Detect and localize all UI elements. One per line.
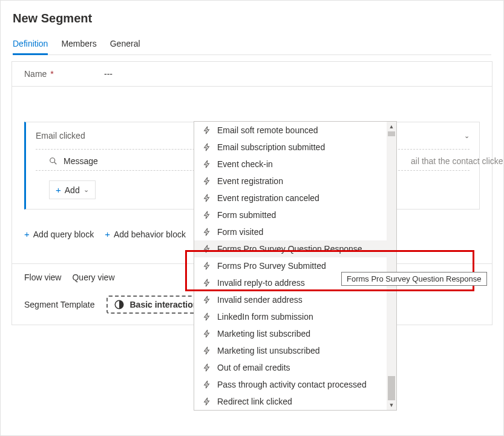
dropdown-item[interactable]: Event check-in — [194, 156, 396, 173]
flow-view-button[interactable]: Flow view — [24, 272, 61, 282]
behavior-dropdown: Email soft remote bouncedEmail subscript… — [194, 121, 397, 411]
scroll-thumb[interactable] — [388, 376, 395, 400]
dropdown-item[interactable]: Invalid sender address — [194, 291, 396, 308]
scroll-up-icon[interactable]: ▲ — [387, 122, 396, 131]
dropdown-item-label: Email soft remote bounced — [217, 125, 318, 135]
dropdown-item-label: Event registration — [217, 176, 283, 186]
add-label: Add — [65, 185, 80, 195]
scrollbar[interactable]: ▲ ▼ — [387, 122, 396, 410]
add-button[interactable]: + Add ⌄ — [49, 180, 96, 199]
tabs: Definition Members General — [13, 35, 491, 55]
plus-icon: + — [24, 229, 30, 239]
dropdown-item-label: Forms Pro Survey Submitted — [217, 261, 326, 271]
dropdown-item-label: Invalid reply-to address — [217, 278, 305, 288]
bolt-icon — [203, 245, 211, 253]
bolt-icon — [203, 329, 211, 338]
bolt-icon — [203, 177, 211, 185]
dropdown-item[interactable]: Event registration — [194, 173, 396, 190]
bolt-icon — [203, 228, 211, 236]
add-query-block-button[interactable]: + Add query block — [24, 229, 94, 239]
bolt-icon — [203, 346, 211, 355]
dropdown-item-label: Form visited — [217, 227, 263, 237]
required-indicator: * — [50, 69, 53, 79]
dropdown-item[interactable]: Marketing list unsubscribed — [194, 342, 396, 359]
scroll-thumb[interactable] — [388, 131, 395, 136]
dropdown-item[interactable]: LinkedIn form submission — [194, 308, 396, 325]
dropdown-item[interactable]: Email soft remote bounced — [194, 122, 396, 139]
dropdown-item[interactable]: Marketing list subscribed — [194, 325, 396, 342]
dropdown-list: Email soft remote bouncedEmail subscript… — [194, 122, 396, 410]
bolt-icon — [203, 126, 211, 134]
dropdown-item[interactable]: Forms Pro Survey Question Response — [194, 240, 396, 257]
bolt-icon — [203, 312, 211, 321]
template-chip-label: Basic interaction — [129, 300, 198, 309]
dropdown-item-label: Marketing list unsubscribed — [217, 346, 320, 355]
plus-icon: + — [105, 229, 110, 239]
search-icon — [49, 157, 57, 165]
tooltip: Forms Pro Survey Question Response — [341, 272, 487, 286]
bolt-icon — [203, 397, 211, 406]
tab-general[interactable]: General — [110, 35, 140, 54]
filter-hint: ail that the contact clicked on — [411, 156, 504, 166]
add-behavior-block-button[interactable]: + Add behavior block — [105, 229, 186, 239]
dropdown-item[interactable]: Email subscription submitted — [194, 139, 396, 156]
segment-template-label: Segment Template — [24, 300, 94, 309]
dropdown-item-label: Event check-in — [217, 159, 273, 169]
bolt-icon — [203, 211, 211, 219]
dropdown-item[interactable]: Pass through activity contact processed — [194, 376, 396, 393]
bolt-icon — [203, 380, 211, 389]
dropdown-item[interactable]: Out of email credits — [194, 359, 396, 376]
bolt-icon — [203, 262, 211, 270]
name-value[interactable]: --- — [104, 69, 113, 79]
dropdown-item-label: Out of email credits — [217, 363, 290, 372]
bolt-icon — [203, 279, 211, 287]
bolt-icon — [203, 143, 211, 151]
dropdown-item-label: Marketing list subscribed — [217, 329, 310, 339]
dropdown-item[interactable]: Form visited — [194, 223, 396, 240]
dropdown-item[interactable]: Event registration canceled — [194, 190, 396, 206]
dropdown-item-label: LinkedIn form submission — [217, 312, 313, 322]
bolt-icon — [203, 160, 211, 168]
query-view-button[interactable]: Query view — [72, 272, 114, 282]
bolt-icon — [203, 296, 211, 304]
dropdown-item-label: Forms Pro Survey Question Response — [217, 244, 362, 254]
dropdown-item-label: Form submitted — [217, 210, 276, 220]
dropdown-item-label: Email subscription submitted — [217, 142, 325, 152]
dropdown-item-label: Pass through activity contact processed — [217, 380, 367, 389]
add-behavior-label: Add behavior block — [114, 230, 186, 239]
plus-icon: + — [56, 185, 61, 195]
chevron-down-icon: ⌄ — [83, 186, 89, 194]
block-title: Email clicked — [36, 131, 85, 140]
dropdown-item[interactable]: Form submitted — [194, 206, 396, 223]
chevron-down-icon: ⌄ — [464, 132, 470, 140]
page-title: New Segment — [13, 12, 491, 25]
name-label: Name — [24, 69, 47, 79]
name-field-row: Name * --- — [11, 61, 493, 87]
dropdown-item[interactable]: Redirect link clicked — [194, 393, 396, 410]
dropdown-item-label: Redirect link clicked — [217, 397, 292, 406]
bolt-icon — [203, 194, 211, 202]
tab-members[interactable]: Members — [61, 35, 96, 54]
bolt-icon — [203, 363, 211, 372]
template-icon — [114, 299, 125, 310]
template-chip[interactable]: Basic interaction — [106, 296, 205, 314]
add-query-label: Add query block — [33, 230, 94, 239]
tab-definition[interactable]: Definition — [13, 35, 48, 54]
dropdown-item-label: Event registration canceled — [217, 193, 319, 203]
dropdown-item-label: Invalid sender address — [217, 295, 303, 305]
scroll-down-icon[interactable]: ▼ — [387, 400, 396, 410]
filter-label: Message — [64, 156, 98, 166]
